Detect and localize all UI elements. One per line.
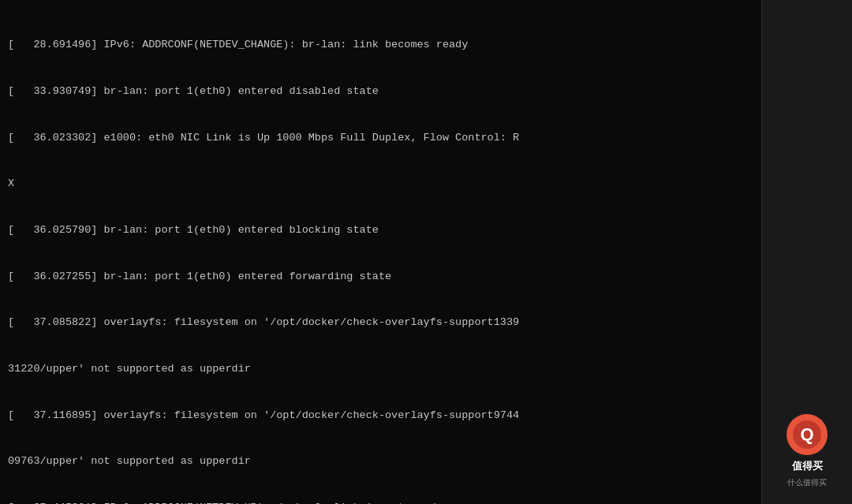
sidebar: Q 值得买 什么值得买 (761, 0, 852, 504)
log-line-8: 31220/upper' not supported as upperdir (8, 361, 753, 377)
log-line-7: [ 37.085822] overlayfs: filesystem on '/… (8, 315, 753, 330)
log-line-4: X (8, 176, 753, 192)
log-line-2: [ 33.930749] br-lan: port 1(eth0) entere… (8, 84, 753, 99)
log-line-5: [ 36.025790] br-lan: port 1(eth0) entere… (8, 222, 753, 238)
log-line-3: [ 36.023302] e1000: eth0 NIC Link is Up … (8, 130, 753, 146)
log-line-6: [ 36.027255] br-lan: port 1(eth0) entere… (8, 269, 753, 285)
terminal-output: [ 28.691496] IPv6: ADDRCONF(NETDEV_CHANG… (8, 6, 753, 504)
log-line-11: [ 37.445361] IPv6: ADDRCONF(NETDEV_UP): … (8, 500, 753, 504)
site-subtext: 什么值得买 (787, 477, 827, 488)
site-name: 值得买 (792, 460, 823, 472)
site-logo-area: Q 值得买 什么值得买 (787, 414, 828, 488)
log-line-10: 09763/upper' not supported as upperdir (8, 454, 753, 469)
terminal-window: [ 28.691496] IPv6: ADDRCONF(NETDEV_CHANG… (0, 0, 761, 504)
log-line-9: [ 37.116895] overlayfs: filesystem on '/… (8, 408, 753, 424)
logo-inner-circle: Q (793, 420, 821, 449)
logo-icon: Q (787, 414, 828, 455)
logo-symbol: Q (800, 424, 813, 445)
log-line-1: [ 28.691496] IPv6: ADDRCONF(NETDEV_CHANG… (8, 37, 753, 53)
